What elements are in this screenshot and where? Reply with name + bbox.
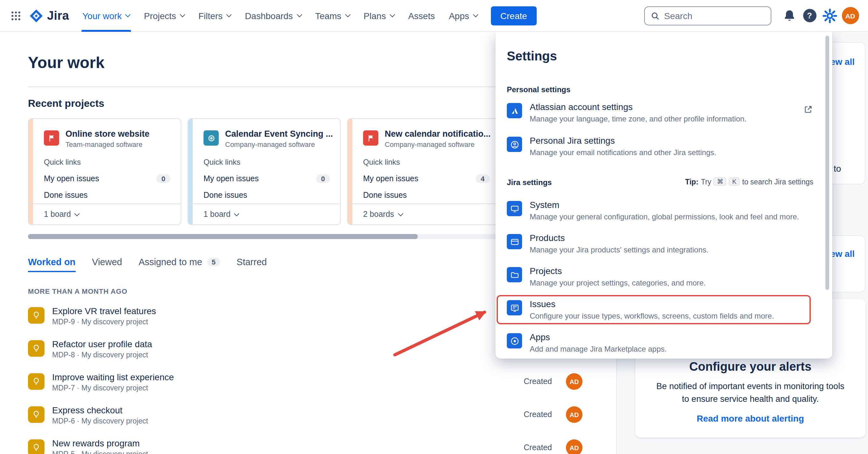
open-issues-count: 0	[156, 174, 170, 183]
board-selector[interactable]: 2 boards	[348, 204, 500, 224]
issue-title[interactable]: Refactor user profile data	[52, 339, 152, 349]
horizontal-scrollbar-thumb[interactable]	[28, 234, 418, 239]
chevron-down-icon	[398, 211, 403, 216]
tab-worked-on[interactable]: Worked on	[28, 257, 75, 272]
chevron-down-icon	[345, 12, 350, 18]
my-open-issues-row[interactable]: My open issues 0	[204, 174, 330, 183]
tab-starred[interactable]: Starred	[237, 257, 267, 272]
nav-teams[interactable]: Teams	[308, 0, 356, 31]
chevron-down-icon	[234, 211, 240, 216]
list-item[interactable]: New rewards program MDP-5 · My discovery…	[28, 431, 584, 454]
chevron-down-icon	[390, 12, 395, 18]
jira-wordmark: Jira	[47, 8, 69, 23]
project-title[interactable]: Online store website	[65, 129, 149, 139]
recent-projects-row: Online store website Team-managed softwa…	[28, 118, 500, 225]
assigned-count-badge: 5	[207, 258, 220, 266]
card-icon	[507, 234, 522, 249]
monitor-icon	[507, 201, 522, 216]
work-tabs: Worked on Viewed Assigned to me 5 Starre…	[28, 257, 267, 272]
jira-logo[interactable]: Jira	[25, 8, 75, 23]
alerts-body: Be notified of important events in monit…	[652, 380, 849, 405]
nav-filters[interactable]: Filters	[191, 0, 238, 31]
issue-title[interactable]: New rewards program	[52, 438, 148, 448]
status-text: Created	[524, 377, 552, 386]
project-title[interactable]: New calendar notificatio...	[385, 129, 491, 139]
project-card[interactable]: New calendar notificatio... Company-mana…	[347, 118, 500, 225]
project-card[interactable]: Calendar Event Syncing ... Company-manag…	[188, 118, 341, 225]
menu-item-system[interactable]: System Manage your general configuration…	[507, 200, 825, 221]
worklist-section-label: MORE THAN A MONTH AGO	[28, 287, 127, 295]
create-button[interactable]: Create	[491, 6, 537, 25]
project-subtitle: Company-managed software	[385, 141, 491, 148]
target-icon	[507, 333, 522, 349]
issue-meta: MDP-9 · My discovery project	[52, 317, 156, 325]
search-input[interactable]	[664, 10, 764, 21]
my-open-issues-row[interactable]: My open issues 0	[44, 174, 170, 183]
menu-item-apps[interactable]: Apps Add and manage Jira Marketplace app…	[507, 332, 825, 354]
issue-title[interactable]: Explore VR travel features	[52, 305, 156, 316]
nav-projects[interactable]: Projects	[137, 0, 191, 31]
menu-item-projects[interactable]: Projects Manage your project settings, c…	[507, 266, 825, 287]
alerts-title: Configure your alerts	[652, 360, 849, 374]
done-issues-row[interactable]: Done issues	[363, 191, 490, 200]
menu-item-products[interactable]: Products Manage your Jira products' sett…	[507, 233, 825, 254]
chevron-down-icon	[125, 12, 131, 18]
notifications-bell-icon[interactable]	[779, 5, 799, 26]
tab-assigned-to-me[interactable]: Assigned to me 5	[138, 257, 220, 272]
person-circle-icon	[507, 137, 522, 152]
personal-settings-section-label: Personal settings	[507, 85, 570, 94]
open-issues-count: 0	[316, 174, 330, 183]
search-box[interactable]	[644, 6, 771, 25]
menu-item-atlassian-account[interactable]: Atlassian account settings Manage your l…	[507, 102, 825, 123]
list-item[interactable]: Improve waiting list experience MDP-7 · …	[28, 365, 584, 398]
screen-lines-icon	[507, 300, 522, 315]
dropdown-scrollbar-thumb[interactable]	[826, 36, 829, 290]
alerts-read-more-link[interactable]: Read more about alerting	[696, 413, 804, 423]
project-title[interactable]: Calendar Event Syncing ...	[225, 129, 333, 139]
chevron-down-icon	[297, 12, 302, 18]
issue-title[interactable]: Improve waiting list experience	[52, 372, 174, 382]
quick-links-label: Quick links	[363, 158, 490, 167]
k-key-chip: K	[729, 177, 740, 186]
open-issues-count: 4	[476, 174, 490, 183]
status-text: Created	[524, 443, 552, 452]
nav-your-work[interactable]: Your work	[75, 0, 137, 31]
external-link-icon	[804, 105, 813, 116]
menu-item-issues[interactable]: Issues Configure your issue types, workf…	[507, 299, 825, 321]
done-issues-row[interactable]: Done issues	[204, 191, 330, 200]
assignee-avatar: AD	[566, 406, 583, 423]
settings-title: Settings	[507, 49, 557, 64]
help-icon[interactable]: ?	[799, 5, 820, 26]
board-selector[interactable]: 1 board	[29, 204, 181, 224]
nav-assets[interactable]: Assets	[401, 0, 442, 31]
nav-apps[interactable]: Apps	[442, 0, 485, 31]
project-subtitle: Team-managed software	[65, 141, 149, 148]
menu-item-personal-jira-settings[interactable]: Personal Jira settings Manage your email…	[507, 135, 825, 157]
jira-mark-icon	[29, 8, 43, 23]
recent-projects-title: Recent projects	[28, 98, 104, 109]
board-selector[interactable]: 1 board	[188, 204, 340, 224]
issue-title[interactable]: Express checkout	[52, 405, 148, 415]
user-avatar[interactable]: AD	[840, 5, 860, 26]
tab-viewed[interactable]: Viewed	[92, 257, 122, 272]
quick-links-label: Quick links	[204, 158, 330, 167]
issue-meta: MDP-7 · My discovery project	[52, 384, 174, 391]
done-issues-row[interactable]: Done issues	[44, 191, 170, 200]
project-card[interactable]: Online store website Team-managed softwa…	[28, 118, 181, 225]
project-subtitle: Company-managed software	[225, 141, 333, 148]
idea-icon	[28, 373, 44, 390]
jira-app: View all to View all Configure your aler…	[0, 0, 868, 454]
list-item[interactable]: Express checkout MDP-6 · My discovery pr…	[28, 398, 584, 431]
nav-dashboards[interactable]: Dashboards	[238, 0, 308, 31]
issue-meta: MDP-5 · My discovery project	[52, 450, 148, 454]
app-switcher-icon[interactable]	[6, 6, 25, 25]
cmd-key-chip: ⌘	[714, 177, 726, 186]
chevron-down-icon	[74, 211, 80, 216]
nav-plans[interactable]: Plans	[357, 0, 401, 31]
quick-links-label: Quick links	[44, 158, 170, 167]
project-avatar-icon	[44, 130, 59, 146]
assignee-avatar: AD	[566, 373, 583, 390]
settings-gear-icon[interactable]	[820, 5, 840, 26]
project-avatar-icon	[363, 130, 378, 146]
my-open-issues-row[interactable]: My open issues 4	[363, 174, 490, 183]
